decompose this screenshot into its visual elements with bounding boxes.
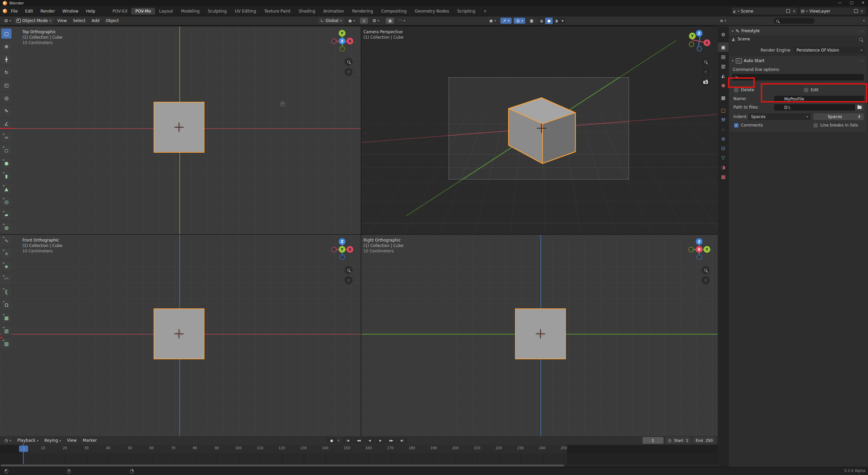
options-chevron[interactable]: ▾ [863, 19, 865, 22]
edit-checkbox[interactable] [804, 88, 808, 92]
axis-x[interactable]: X [347, 38, 353, 44]
axis-y-neg[interactable] [689, 41, 694, 47]
blender-menu-icon[interactable] [3, 9, 7, 13]
timeline-menu-item[interactable]: Playback ▾ [14, 437, 41, 443]
snap-toggle[interactable]: ∪ [360, 18, 368, 24]
tool-add-sphere-sweep[interactable]: ∿ [1, 235, 12, 246]
zoom-button[interactable] [702, 58, 710, 66]
axis-x[interactable]: X [696, 246, 703, 253]
transport-button-jump-to-end[interactable]: ▶| [397, 437, 407, 444]
workspace-tab[interactable]: POV-Ed [108, 8, 132, 15]
falloff-dropdown[interactable]: ◠ ▾ [396, 18, 408, 24]
nav-gizmo[interactable]: Y X Z [331, 30, 353, 52]
editor-type-button[interactable]: ⊞ ▾ [2, 18, 14, 24]
tool-add-lathe[interactable]: Ω [1, 300, 12, 310]
workspace-tab[interactable]: Compositing [377, 8, 411, 15]
search-input[interactable] [774, 18, 814, 24]
end-frame-field[interactable]: End 250 [693, 437, 715, 444]
workspace-tab[interactable]: POV-Mo [131, 8, 155, 15]
new-scene-button[interactable] [786, 9, 790, 13]
collapsed-panel-freestyle[interactable]: ▸ ✎ Freestyle ∷∷ [729, 26, 867, 35]
properties-tab-object[interactable]: □ [718, 106, 729, 115]
tool-add-rainbow[interactable]: ◠ [1, 274, 12, 284]
axis-z-neg[interactable] [339, 254, 345, 260]
tool-add-blob[interactable]: ◍ [1, 223, 12, 233]
properties-tab-tool[interactable]: ⚙ [718, 30, 729, 39]
axis-z-neg[interactable] [696, 46, 702, 52]
zoom-button[interactable] [702, 266, 710, 274]
zoom-button[interactable] [344, 266, 353, 274]
workspace-tab[interactable]: Layout [155, 8, 177, 15]
pan-hand-button[interactable]: ☝ [344, 276, 353, 284]
axis-y[interactable]: Y [339, 246, 346, 253]
timeline-scrollbar[interactable] [0, 464, 718, 467]
axis-z[interactable]: Z [696, 30, 703, 37]
tool-add-isosurface-fluid[interactable]: ▥ [1, 326, 12, 336]
zoom-button[interactable] [344, 58, 353, 66]
minimize-button[interactable]: — [838, 0, 842, 5]
menu-item[interactable]: Help [82, 9, 99, 14]
workspace-tab[interactable]: Scripting [453, 8, 479, 15]
auto-start-header[interactable]: ▾ >_ Auto Start ∷∷ [729, 56, 867, 65]
axis-y[interactable]: Y [339, 30, 346, 37]
tool-add-cube[interactable]: ◻ [1, 145, 12, 155]
timeline-tracks[interactable] [0, 453, 718, 464]
shading-wireframe-button[interactable]: ◍ [538, 18, 546, 24]
proportional-editing-toggle[interactable]: ◉ [386, 18, 394, 24]
pan-hand-button[interactable]: ☝ [702, 68, 710, 76]
start-frame-field[interactable]: ◷ Start 1 [666, 437, 691, 444]
mode-dropdown[interactable]: Object Mode ▾ [14, 18, 54, 24]
properties-tab-render[interactable]: ▣ [718, 42, 729, 52]
axis-z-neg[interactable] [696, 254, 702, 260]
xray-toggle[interactable]: ▣ [527, 18, 536, 24]
tool-add-terrain[interactable]: ∧ [1, 248, 12, 259]
properties-tab-particles[interactable]: ∴ [718, 125, 729, 134]
tool-measure[interactable]: ∠ [1, 119, 12, 129]
visibility-dropdown[interactable]: ◉ ▾ [487, 18, 498, 24]
tool-add-parametric[interactable]: ◈ [1, 261, 12, 271]
gizmo-toggle[interactable]: ↗ ▾ [500, 18, 512, 24]
pin-icon[interactable] [859, 37, 863, 42]
properties-tab-output[interactable]: ▤ [718, 52, 729, 61]
transport-button-jump-prev-keyframe[interactable]: ◀◀ [354, 437, 364, 444]
tool-annotate[interactable]: ✎ [1, 106, 12, 116]
properties-editor-icon[interactable]: ≡ [720, 18, 723, 23]
properties-tab-material[interactable]: ◑ [718, 163, 729, 172]
properties-tab-scene[interactable]: ◭ [718, 71, 729, 80]
menu-item[interactable]: Render [37, 9, 59, 14]
axis-z[interactable]: Z [339, 238, 346, 245]
axis-x-neg[interactable] [331, 38, 337, 44]
axis-x[interactable]: X [347, 246, 353, 253]
transport-button-jump-next-keyframe[interactable]: ▶▶ [386, 437, 396, 444]
viewport-right-ortho[interactable]: Right Orthographic (1) Collection | Cube… [361, 235, 718, 436]
tool-add-isosurface-box[interactable]: ▦ [1, 313, 12, 323]
pivot-dropdown[interactable]: ◉ ▾ [346, 18, 357, 24]
axis-x-neg[interactable] [331, 247, 337, 252]
unlink-scene-button[interactable]: × [792, 9, 796, 14]
workspace-tab[interactable]: Modeling [177, 8, 204, 15]
menu-item[interactable]: Edit [21, 9, 37, 14]
command-line-input[interactable]: > [732, 74, 864, 80]
workspace-tab[interactable]: Shading [295, 8, 319, 15]
light-object[interactable] [280, 101, 285, 106]
tool-add-wireframe-cube[interactable]: ▧ [1, 339, 12, 349]
tool-transform[interactable]: ◎ [1, 93, 12, 103]
timeline-menu-item[interactable]: Keying ▾ [41, 437, 64, 443]
tool-add-sphere[interactable]: ● [1, 158, 12, 168]
transport-button-jump-to-start[interactable]: |◀ [343, 437, 353, 444]
workspace-tab[interactable]: UV Editing [231, 8, 260, 15]
properties-tab-constraints[interactable]: ⊡ [718, 144, 729, 153]
tool-add-spring[interactable]: ξ [1, 287, 12, 297]
tool-add-parallelepiped[interactable]: ▰ [1, 210, 12, 220]
tool-add-cylinder[interactable]: ▮ [1, 171, 12, 181]
scene-selector[interactable]: ◭ ▾ Scene × [732, 7, 798, 15]
nav-gizmo[interactable]: Z Y X [688, 238, 710, 261]
viewlayer-selector[interactable]: ▤ ▾ ViewLayer × [800, 7, 866, 15]
viewport-menu-item[interactable]: Object [102, 18, 122, 24]
timeline-menu-item[interactable]: Marker [80, 437, 100, 443]
axis-y-neg[interactable] [688, 247, 694, 252]
drag-handle-icon[interactable]: ∷∷ [859, 29, 864, 33]
workspace-tab[interactable]: Geometry Nodes [411, 8, 453, 15]
timeline-menu-item[interactable]: View [64, 437, 80, 443]
snap-with-dropdown[interactable]: ⊞ ▾ [370, 18, 382, 24]
